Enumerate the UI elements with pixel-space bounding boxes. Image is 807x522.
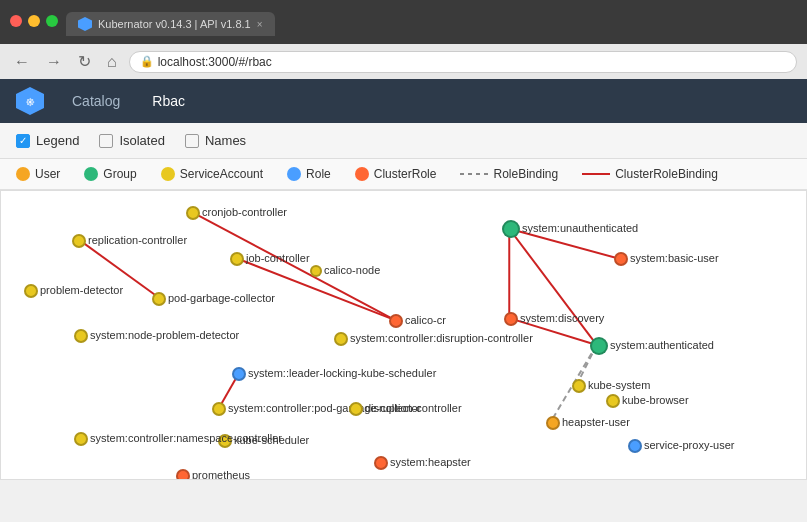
legend-role: Role	[287, 167, 331, 181]
graph-node[interactable]	[606, 394, 620, 408]
graph-node[interactable]	[186, 206, 200, 220]
browser-tab[interactable]: Kubernator v0.14.3 | API v1.8.1 ×	[66, 12, 275, 36]
graph-node[interactable]	[504, 312, 518, 326]
graph-area: cronjob-controllerreplication-controller…	[0, 190, 807, 480]
svg-line-4	[509, 229, 596, 345]
nav-links: Catalog Rbac	[64, 89, 193, 113]
minimize-button[interactable]	[28, 15, 40, 27]
role-legend-label: Role	[306, 167, 331, 181]
nav-catalog[interactable]: Catalog	[64, 89, 128, 113]
user-legend-label: User	[35, 167, 60, 181]
graph-node[interactable]	[176, 469, 190, 480]
maximize-button[interactable]	[46, 15, 58, 27]
serviceaccount-legend-label: ServiceAccount	[180, 167, 263, 181]
graph-node[interactable]	[230, 252, 244, 266]
isolated-checkbox[interactable]	[99, 134, 113, 148]
graph-node[interactable]	[614, 252, 628, 266]
graph-node[interactable]	[152, 292, 166, 306]
controls-bar: ✓ Legend Isolated Names	[0, 123, 807, 159]
legend-clusterrolebinding: ClusterRoleBinding	[582, 167, 718, 181]
graph-node[interactable]	[232, 367, 246, 381]
secure-icon: 🔒	[140, 55, 154, 68]
isolated-label: Isolated	[119, 133, 165, 148]
svg-line-0	[193, 213, 395, 320]
names-label: Names	[205, 133, 246, 148]
back-button[interactable]: ←	[10, 51, 34, 73]
graph-node[interactable]	[572, 379, 586, 393]
app-navbar: ⎈ Catalog Rbac	[0, 79, 807, 123]
svg-line-8	[80, 241, 159, 299]
legend-checkbox-group: ✓ Legend	[16, 133, 79, 148]
graph-node[interactable]	[74, 432, 88, 446]
group-legend-label: Group	[103, 167, 136, 181]
graph-node[interactable]	[546, 416, 560, 430]
user-dot	[16, 167, 30, 181]
svg-line-2	[509, 229, 618, 259]
graph-node[interactable]	[212, 402, 226, 416]
names-checkbox[interactable]	[185, 134, 199, 148]
graph-node[interactable]	[310, 265, 322, 277]
close-button[interactable]	[10, 15, 22, 27]
browser-toolbar: ← → ↻ ⌂ 🔒 localhost:3000/#/rbac	[0, 44, 807, 79]
logo-icon: ⎈	[16, 87, 44, 115]
legend-clusterrole: ClusterRole	[355, 167, 437, 181]
graph-svg	[1, 191, 806, 479]
graph-node[interactable]	[72, 234, 86, 248]
rolebinding-line	[460, 173, 488, 175]
group-dot	[84, 167, 98, 181]
browser-chrome: Kubernator v0.14.3 | API v1.8.1 ×	[0, 0, 807, 44]
tab-title: Kubernator v0.14.3 | API v1.8.1	[98, 18, 251, 30]
tab-favicon	[78, 17, 92, 31]
tab-close-icon[interactable]: ×	[257, 19, 263, 30]
forward-button[interactable]: →	[42, 51, 66, 73]
legend-serviceaccount: ServiceAccount	[161, 167, 263, 181]
graph-node[interactable]	[349, 402, 363, 416]
rolebinding-legend-label: RoleBinding	[493, 167, 558, 181]
graph-node[interactable]	[24, 284, 38, 298]
graph-node[interactable]	[389, 314, 403, 328]
isolated-checkbox-group: Isolated	[99, 133, 165, 148]
graph-node[interactable]	[502, 220, 520, 238]
legend-checkbox[interactable]: ✓	[16, 134, 30, 148]
serviceaccount-dot	[161, 167, 175, 181]
clusterrole-legend-label: ClusterRole	[374, 167, 437, 181]
traffic-lights	[10, 15, 58, 27]
legend-label: Legend	[36, 133, 79, 148]
graph-node[interactable]	[218, 434, 232, 448]
clusterrolebinding-line	[582, 173, 610, 175]
nav-rbac[interactable]: Rbac	[144, 89, 193, 113]
app-logo: ⎈	[16, 87, 44, 115]
address-text: localhost:3000/#/rbac	[158, 55, 272, 69]
graph-node[interactable]	[628, 439, 642, 453]
legend-group: Group	[84, 167, 136, 181]
home-button[interactable]: ⌂	[103, 51, 121, 73]
graph-node[interactable]	[334, 332, 348, 346]
svg-line-5	[509, 318, 596, 345]
names-checkbox-group: Names	[185, 133, 246, 148]
reload-button[interactable]: ↻	[74, 50, 95, 73]
graph-node[interactable]	[374, 456, 388, 470]
clusterrolebinding-legend-label: ClusterRoleBinding	[615, 167, 718, 181]
role-dot	[287, 167, 301, 181]
legend-rolebinding: RoleBinding	[460, 167, 558, 181]
graph-node[interactable]	[74, 329, 88, 343]
legend-user: User	[16, 167, 60, 181]
address-bar[interactable]: 🔒 localhost:3000/#/rbac	[129, 51, 797, 73]
clusterrole-dot	[355, 167, 369, 181]
graph-node[interactable]	[590, 337, 608, 355]
legend-bar: User Group ServiceAccount Role ClusterRo…	[0, 159, 807, 190]
